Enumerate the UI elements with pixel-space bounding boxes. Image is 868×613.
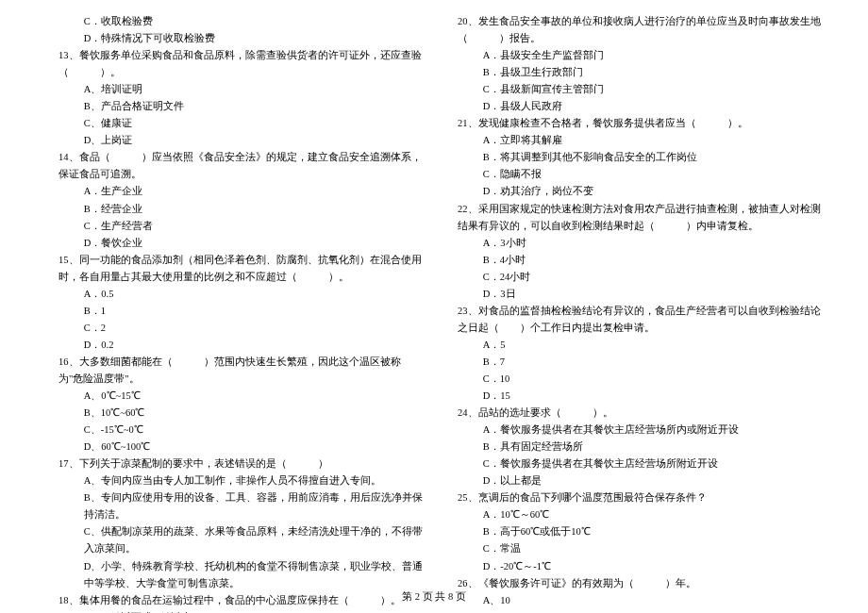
q15-option-d: D．0.2 bbox=[58, 337, 424, 354]
question-24: 24、品站的选址要求（ ）。 bbox=[458, 405, 823, 422]
q17-option-c: C、供配制凉菜用的蔬菜、水果等食品原料，未经清洗处理干净的，不得带入凉菜间。 bbox=[58, 523, 424, 557]
q25-option-b: B．高于60℃或低于10℃ bbox=[458, 523, 823, 540]
q14-option-d: D．餐饮企业 bbox=[58, 235, 424, 252]
two-column-layout: C．收取检验费 D．特殊情况下可收取检验费 13、餐饮服务单位采购食品和食品原料… bbox=[0, 13, 868, 613]
q17-option-b: B、专间内应使用专用的设备、工具、容器，用前应消毒，用后应洗净并保持清洁。 bbox=[58, 489, 424, 523]
q25-option-c: C．常温 bbox=[458, 540, 823, 557]
q24-option-b: B．具有固定经营场所 bbox=[458, 439, 823, 456]
q21-option-d: D．劝其治疗，岗位不变 bbox=[458, 183, 823, 200]
left-column: C．收取检验费 D．特殊情况下可收取检验费 13、餐饮服务单位采购食品和食品原料… bbox=[58, 13, 424, 613]
question-22: 22、采用国家规定的快速检测方法对食用农产品进行抽查检测，被抽查人对检测结果有异… bbox=[458, 201, 823, 235]
question-25: 25、烹调后的食品下列哪个温度范围最符合保存条件？ bbox=[458, 489, 823, 506]
q15-option-b: B．1 bbox=[58, 303, 424, 320]
question-13: 13、餐饮服务单位采购食品和食品原料，除需查验供货者的许可证外，还应查验（ ）。 bbox=[58, 47, 424, 81]
q22-option-d: D．3日 bbox=[458, 286, 823, 303]
q20-option-b: B．县级卫生行政部门 bbox=[458, 64, 823, 81]
q23-option-b: B．7 bbox=[458, 354, 823, 371]
q17-option-a: A、专间内应当由专人加工制作，非操作人员不得擅自进入专间。 bbox=[58, 472, 424, 489]
q14-option-a: A．生产企业 bbox=[58, 183, 424, 200]
q21-option-c: C．隐瞒不报 bbox=[458, 166, 823, 183]
q24-option-d: D．以上都是 bbox=[458, 472, 823, 489]
question-26: 26、《餐饮服务许可证》的有效期为（ ）年。 bbox=[458, 575, 823, 592]
q26-option-b: B、3 bbox=[458, 609, 823, 613]
q20-option-a: A．县级安全生产监督部门 bbox=[458, 47, 823, 64]
q13-option-a: A、培训证明 bbox=[58, 81, 424, 98]
option-c-prev: C．收取检验费 bbox=[58, 13, 424, 30]
q16-option-a: A、0℃~15℃ bbox=[58, 388, 424, 405]
right-column: 20、发生食品安全事故的单位和接收病人进行治疗的单位应当及时向事故发生地（ ）报… bbox=[458, 13, 823, 613]
q22-option-c: C．24小时 bbox=[458, 269, 823, 286]
q16-option-b: B、10℃~60℃ bbox=[58, 405, 424, 422]
question-15: 15、同一功能的食品添加剂（相同色泽着色剂、防腐剂、抗氧化剂）在混合使用时，各自… bbox=[58, 252, 424, 286]
q21-option-b: B．将其调整到其他不影响食品安全的工作岗位 bbox=[458, 149, 823, 166]
q18-option-a: A、10℃以下或60℃以上 bbox=[58, 609, 424, 613]
q25-option-d: D．-20℃～-1℃ bbox=[458, 558, 823, 575]
q13-option-d: D、上岗证 bbox=[58, 132, 424, 149]
q21-option-a: A．立即将其解雇 bbox=[458, 132, 823, 149]
question-14: 14、食品（ ）应当依照《食品安全法》的规定，建立食品安全追溯体系，保证食品可追… bbox=[58, 149, 424, 183]
option-d-prev: D．特殊情况下可收取检验费 bbox=[58, 30, 424, 47]
q14-option-c: C．生产经营者 bbox=[58, 218, 424, 235]
question-16: 16、大多数细菌都能在（ ）范围内快速生长繁殖，因此这个温区被称为"危险温度带"… bbox=[58, 354, 424, 388]
q20-option-c: C．县级新闻宣传主管部门 bbox=[458, 81, 823, 98]
q16-option-c: C、-15℃~0℃ bbox=[58, 422, 424, 439]
q13-option-b: B、产品合格证明文件 bbox=[58, 98, 424, 115]
question-20: 20、发生食品安全事故的单位和接收病人进行治疗的单位应当及时向事故发生地（ ）报… bbox=[458, 13, 823, 47]
q22-option-b: B．4小时 bbox=[458, 252, 823, 269]
question-23: 23、对食品的监督抽检检验结论有异议的，食品生产经营者可以自收到检验结论之日起（… bbox=[458, 303, 823, 337]
q23-option-a: A．5 bbox=[458, 337, 823, 354]
question-17: 17、下列关于凉菜配制的要求中，表述错误的是（ ） bbox=[58, 456, 424, 472]
q22-option-a: A．3小时 bbox=[458, 235, 823, 252]
q25-option-a: A．10℃～60℃ bbox=[458, 506, 823, 523]
q16-option-d: D、60℃~100℃ bbox=[58, 439, 424, 456]
q23-option-d: D．15 bbox=[458, 388, 823, 405]
q17-option-d: D、小学、特殊教育学校、托幼机构的食堂不得制售凉菜，职业学校、普通中等学校、大学… bbox=[58, 558, 424, 592]
q24-option-c: C．餐饮服务提供者在其餐饮主店经营场所附近开设 bbox=[458, 456, 823, 472]
page-footer: 第 2 页 共 8 页 bbox=[0, 590, 868, 604]
q24-option-a: A．餐饮服务提供者在其餐饮主店经营场所内或附近开设 bbox=[458, 422, 823, 439]
q15-option-a: A．0.5 bbox=[58, 286, 424, 303]
q23-option-c: C．10 bbox=[458, 371, 823, 388]
q13-option-c: C、健康证 bbox=[58, 115, 424, 132]
q15-option-c: C．2 bbox=[58, 320, 424, 337]
question-21: 21、发现健康检查不合格者，餐饮服务提供者应当（ ）。 bbox=[458, 115, 823, 132]
q14-option-b: B．经营企业 bbox=[58, 201, 424, 218]
q20-option-d: D．县级人民政府 bbox=[458, 98, 823, 115]
